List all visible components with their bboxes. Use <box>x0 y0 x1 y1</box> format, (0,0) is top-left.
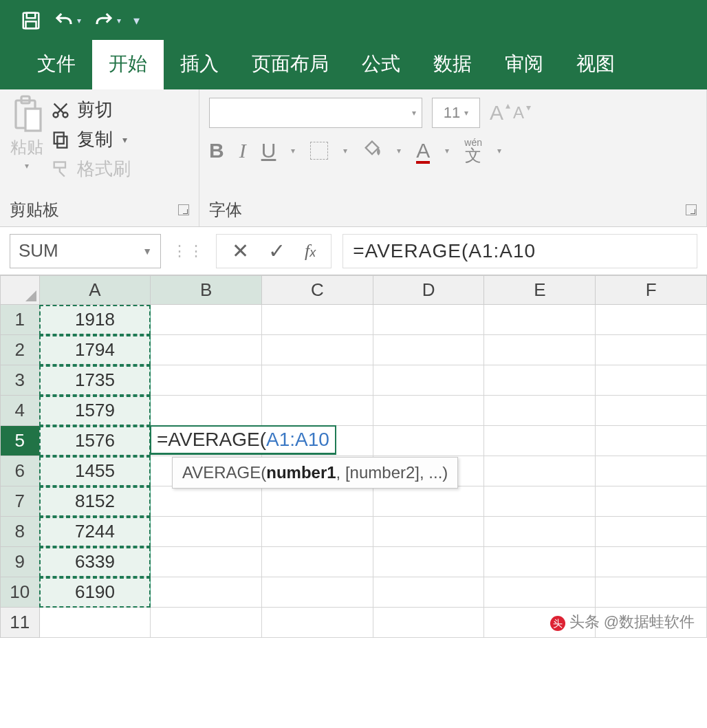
cell-A6[interactable]: 1455 <box>39 456 151 486</box>
cell[interactable] <box>373 486 484 517</box>
cell-A7[interactable]: 8152 <box>39 486 151 517</box>
fill-color-button[interactable] <box>362 139 382 163</box>
row-header[interactable]: 8 <box>1 517 40 547</box>
cell[interactable] <box>373 365 484 396</box>
cell[interactable] <box>151 547 262 577</box>
cell[interactable] <box>484 365 596 396</box>
paste-button[interactable]: 粘贴 ▾ <box>10 95 44 181</box>
cut-button[interactable]: 剪切 <box>51 98 131 122</box>
cell[interactable] <box>151 335 262 365</box>
format-painter-button[interactable]: 格式刷 <box>51 157 131 181</box>
row-header[interactable]: 7 <box>1 486 40 517</box>
font-color-dropdown-icon[interactable]: ▾ <box>445 146 449 156</box>
cancel-formula-icon[interactable]: ✕ <box>232 239 249 263</box>
cell[interactable] <box>484 305 596 335</box>
borders-button[interactable] <box>310 142 328 160</box>
formula-bar-expand-icon[interactable]: ⋮⋮ <box>172 242 205 260</box>
cell-A9[interactable]: 6339 <box>39 547 151 577</box>
cell[interactable] <box>484 426 596 456</box>
font-size-combo[interactable]: 11▾ <box>432 98 480 128</box>
cell-A3[interactable]: 1735 <box>39 365 151 396</box>
cell[interactable] <box>484 486 596 517</box>
cell[interactable] <box>596 517 707 547</box>
cell-A1[interactable]: 1918 <box>39 305 151 335</box>
cell-A2[interactable]: 1794 <box>39 335 151 365</box>
bold-button[interactable]: B <box>209 139 224 162</box>
cell[interactable] <box>373 426 484 456</box>
copy-dropdown-icon[interactable]: ▾ <box>122 134 127 145</box>
cell[interactable] <box>151 365 262 396</box>
italic-button[interactable]: I <box>239 139 246 162</box>
row-header[interactable]: 6 <box>1 456 40 486</box>
insert-function-icon[interactable]: fx <box>305 241 316 261</box>
tab-pagelayout[interactable]: 页面布局 <box>235 40 345 89</box>
cell[interactable] <box>373 547 484 577</box>
cell[interactable] <box>262 305 373 335</box>
cell[interactable] <box>596 365 707 396</box>
underline-button[interactable]: U <box>261 139 276 162</box>
row-header[interactable]: 3 <box>1 365 40 396</box>
tab-review[interactable]: 审阅 <box>488 40 560 89</box>
active-cell-editor[interactable]: =AVERAGE(A1:A10 <box>150 425 336 455</box>
cell[interactable] <box>151 517 262 547</box>
cell[interactable] <box>596 577 707 608</box>
tab-formulas[interactable]: 公式 <box>345 40 417 89</box>
cell[interactable] <box>596 547 707 577</box>
row-header[interactable]: 10 <box>1 577 40 608</box>
grow-font-button[interactable]: A▴ <box>490 101 503 125</box>
col-header-C[interactable]: C <box>262 276 373 305</box>
row-header[interactable]: 4 <box>1 396 40 426</box>
tab-home[interactable]: 开始 <box>92 40 164 89</box>
phonetic-dropdown-icon[interactable]: ▾ <box>497 146 501 156</box>
cell[interactable] <box>151 577 262 608</box>
cell[interactable] <box>151 486 262 517</box>
cell[interactable] <box>373 305 484 335</box>
formula-input[interactable]: =AVERAGE(A1:A10 <box>342 234 697 268</box>
chevron-down-icon[interactable]: ▼ <box>142 246 152 257</box>
redo-dropdown-icon[interactable]: ▾ <box>117 16 121 25</box>
cell[interactable] <box>262 547 373 577</box>
cell[interactable] <box>373 335 484 365</box>
cell[interactable] <box>373 577 484 608</box>
row-header[interactable]: 11 <box>1 608 40 638</box>
cell[interactable] <box>262 577 373 608</box>
tab-view[interactable]: 视图 <box>560 40 631 89</box>
select-all-corner[interactable] <box>1 276 40 305</box>
col-header-F[interactable]: F <box>596 276 707 305</box>
row-header[interactable]: 2 <box>1 335 40 365</box>
cell[interactable] <box>596 305 707 335</box>
cell[interactable] <box>373 396 484 426</box>
cell[interactable] <box>596 456 707 486</box>
fill-dropdown-icon[interactable]: ▾ <box>397 146 401 156</box>
redo-icon[interactable]: ▾ <box>94 10 121 31</box>
cell-A8[interactable]: 7244 <box>39 517 151 547</box>
save-icon[interactable] <box>21 10 41 31</box>
cell[interactable] <box>596 426 707 456</box>
paste-dropdown-icon[interactable]: ▾ <box>25 161 29 171</box>
phonetic-guide-button[interactable]: wén文 <box>464 138 482 164</box>
cell[interactable] <box>39 608 151 638</box>
cell-A4[interactable]: 1579 <box>39 396 151 426</box>
cell[interactable] <box>484 547 596 577</box>
row-header[interactable]: 9 <box>1 547 40 577</box>
name-box[interactable]: SUM ▼ <box>10 234 161 268</box>
clipboard-dialog-launcher-icon[interactable] <box>178 204 189 215</box>
cell-A10[interactable]: 6190 <box>39 577 151 608</box>
cell[interactable] <box>262 608 373 638</box>
cell-A5[interactable]: 1576 <box>39 426 151 456</box>
customize-qat-icon[interactable]: ▾ <box>133 13 140 28</box>
font-dialog-launcher-icon[interactable] <box>686 204 697 215</box>
cell[interactable] <box>373 608 484 638</box>
cell[interactable] <box>596 486 707 517</box>
cell[interactable] <box>484 577 596 608</box>
tab-file[interactable]: 文件 <box>21 40 92 89</box>
cell[interactable] <box>151 305 262 335</box>
cell[interactable] <box>262 396 373 426</box>
cell[interactable] <box>596 396 707 426</box>
cell[interactable] <box>596 335 707 365</box>
cell[interactable] <box>373 517 484 547</box>
cell[interactable] <box>484 456 596 486</box>
cell[interactable] <box>262 365 373 396</box>
cell[interactable] <box>262 517 373 547</box>
col-header-A[interactable]: A <box>39 276 151 305</box>
